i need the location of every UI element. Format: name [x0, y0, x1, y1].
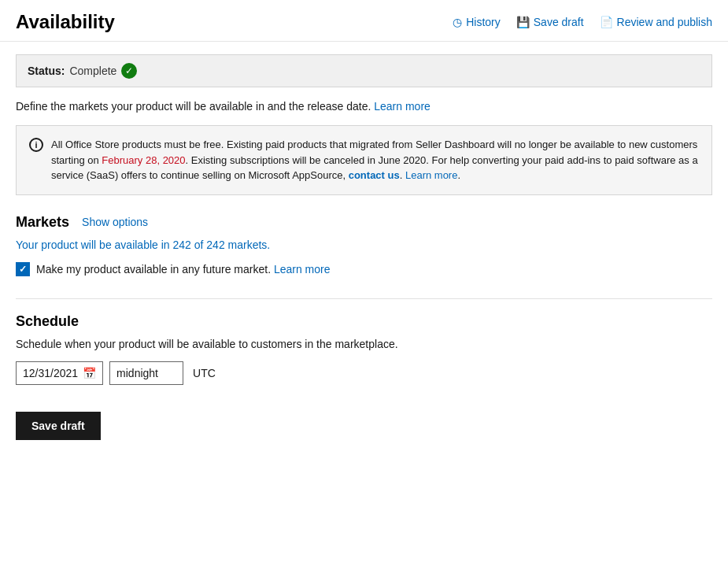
info-icon: i — [29, 138, 43, 152]
schedule-section-header: Schedule — [16, 313, 712, 330]
markets-title: Markets — [16, 214, 69, 231]
section-divider — [16, 298, 712, 299]
future-market-learn-more-link[interactable]: Learn more — [274, 263, 331, 276]
status-bar: Status: Complete ✓ — [16, 54, 712, 87]
save-draft-icon: 💾 — [516, 16, 530, 28]
status-value: Complete — [69, 65, 116, 77]
date-value: 12/31/2021 — [23, 367, 78, 379]
future-market-checkbox-row: Make my product available in any future … — [16, 262, 712, 276]
status-check-icon: ✓ — [121, 63, 137, 79]
time-select[interactable]: midnight 1:00 AM 2:00 AM 3:00 AM 6:00 AM… — [116, 367, 176, 379]
timezone-label: UTC — [193, 367, 216, 379]
history-label: History — [466, 16, 501, 28]
description-learn-more-link[interactable]: Learn more — [374, 100, 431, 113]
save-draft-header-button[interactable]: 💾 Save draft — [516, 16, 584, 28]
markets-section-header: Markets Show options — [16, 214, 712, 231]
save-draft-button[interactable]: Save draft — [16, 412, 101, 440]
page-title: Availability — [16, 11, 115, 33]
markets-description: Your product will be available in 242 of… — [16, 239, 712, 251]
future-market-label: Make my product available in any future … — [36, 263, 331, 276]
status-label: Status: — [28, 65, 65, 77]
contact-us-link[interactable]: contact us — [349, 169, 400, 181]
info-box-text: All Office Store products must be free. … — [51, 137, 699, 183]
review-publish-icon: 📄 — [600, 16, 613, 28]
schedule-title: Schedule — [16, 313, 79, 330]
info-box: i All Office Store products must be free… — [16, 125, 712, 195]
schedule-section: Schedule Schedule when your product will… — [16, 313, 712, 385]
top-actions-bar: ◷ History 💾 Save draft 📄 Review and publ… — [453, 16, 712, 28]
schedule-inputs: 12/31/2021 📅 midnight 1:00 AM 2:00 AM 3:… — [16, 361, 712, 385]
time-select-wrapper[interactable]: midnight 1:00 AM 2:00 AM 3:00 AM 6:00 AM… — [109, 361, 183, 385]
calendar-icon[interactable]: 📅 — [83, 367, 96, 379]
date-input[interactable]: 12/31/2021 📅 — [16, 361, 103, 385]
review-publish-button[interactable]: 📄 Review and publish — [600, 16, 712, 28]
info-learn-more-link[interactable]: Learn more — [405, 169, 457, 181]
show-options-link[interactable]: Show options — [82, 216, 148, 228]
future-market-checkbox[interactable] — [16, 262, 30, 276]
markets-count: 242 of 242 markets — [173, 239, 268, 251]
history-button[interactable]: ◷ History — [453, 16, 501, 28]
schedule-description: Schedule when your product will be avail… — [16, 338, 712, 350]
save-draft-header-label: Save draft — [534, 16, 584, 28]
review-publish-label: Review and publish — [617, 16, 712, 28]
page-description: Define the markets your product will be … — [16, 100, 712, 113]
history-icon: ◷ — [453, 16, 462, 28]
